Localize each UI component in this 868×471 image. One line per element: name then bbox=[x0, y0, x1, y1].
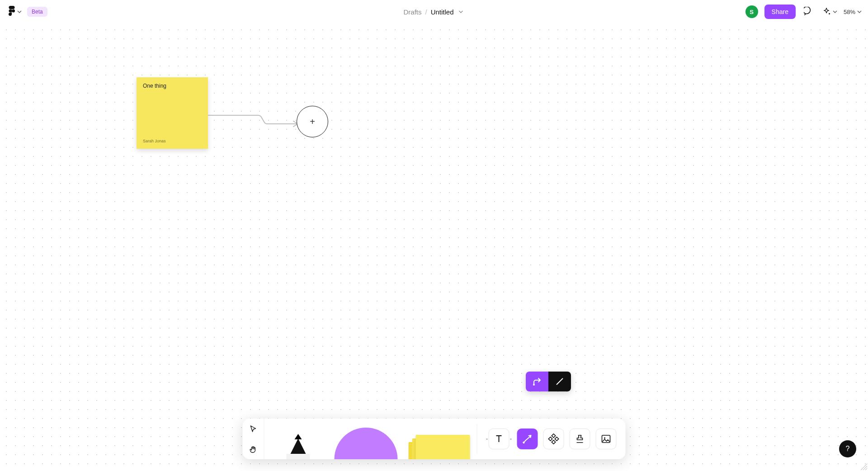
breadcrumb-separator: / bbox=[425, 8, 427, 16]
chevron-down-icon bbox=[857, 9, 862, 14]
circle-shape-icon bbox=[335, 428, 398, 459]
pencil-icon bbox=[287, 438, 310, 459]
ai-tools-button[interactable] bbox=[822, 7, 837, 17]
sticky-note-text[interactable]: One thing bbox=[143, 83, 202, 139]
user-avatar[interactable]: S bbox=[745, 5, 758, 18]
toolbar-big-tools bbox=[264, 419, 477, 459]
help-button[interactable]: ? bbox=[839, 440, 856, 457]
hand-tool-button[interactable] bbox=[243, 439, 264, 459]
sticky-note-tool-button[interactable] bbox=[400, 419, 477, 459]
svg-rect-6 bbox=[548, 437, 552, 441]
svg-rect-4 bbox=[552, 434, 555, 438]
stamp-icon bbox=[575, 433, 585, 444]
sticky-note[interactable]: One thing Sarah Jonas bbox=[137, 77, 208, 149]
breadcrumb: Drafts / Untitled bbox=[403, 8, 464, 16]
svg-point-9 bbox=[604, 437, 605, 438]
canvas[interactable]: One thing Sarah Jonas + bbox=[0, 24, 868, 471]
connector-elbow-button[interactable] bbox=[526, 372, 548, 391]
pencil-tool-button[interactable] bbox=[264, 419, 332, 459]
add-node-button[interactable]: + bbox=[297, 106, 328, 137]
breadcrumb-root[interactable]: Drafts bbox=[403, 8, 421, 16]
stamp-tool-button[interactable] bbox=[570, 429, 590, 449]
connector-tool-button[interactable] bbox=[517, 429, 538, 449]
svg-point-1 bbox=[829, 13, 830, 14]
share-button[interactable]: Share bbox=[764, 5, 796, 19]
cursor-icon bbox=[249, 425, 257, 433]
widgets-tool-button[interactable] bbox=[543, 429, 564, 449]
question-mark-icon: ? bbox=[846, 445, 850, 453]
speech-bubble-icon bbox=[804, 7, 814, 17]
svg-point-0 bbox=[12, 9, 15, 13]
sparkle-icon bbox=[822, 7, 832, 17]
main-toolbar bbox=[243, 419, 626, 459]
sticky-note-author: Sarah Jonas bbox=[143, 139, 202, 143]
chevron-down-icon bbox=[17, 8, 22, 16]
window-resize-grip[interactable] bbox=[861, 464, 867, 470]
connector-type-toolbar bbox=[526, 372, 571, 391]
top-bar: Beta Drafts / Untitled S Share 58% bbox=[0, 0, 868, 24]
zoom-control[interactable]: 58% bbox=[844, 9, 862, 15]
document-menu-button[interactable] bbox=[458, 8, 465, 15]
zoom-value: 58% bbox=[844, 9, 855, 15]
svg-rect-8 bbox=[602, 435, 610, 443]
svg-rect-5 bbox=[552, 440, 555, 444]
text-tool-wrapper bbox=[486, 429, 512, 449]
main-menu-button[interactable] bbox=[6, 4, 24, 19]
text-tool-button[interactable] bbox=[489, 429, 509, 449]
plus-icon: + bbox=[310, 117, 315, 127]
document-title[interactable]: Untitled bbox=[431, 8, 454, 16]
top-bar-right: S Share 58% bbox=[745, 5, 862, 19]
toolbar-small-tools bbox=[477, 419, 626, 459]
beta-badge: Beta bbox=[27, 7, 47, 17]
elbow-arrow-icon bbox=[532, 376, 542, 387]
svg-rect-7 bbox=[555, 437, 558, 441]
svg-point-2 bbox=[533, 384, 535, 386]
chevron-down-icon bbox=[833, 9, 837, 14]
connector-icon bbox=[522, 433, 533, 445]
line-icon bbox=[554, 376, 565, 387]
image-tool-button[interactable] bbox=[596, 429, 617, 449]
comments-button[interactable] bbox=[802, 5, 816, 19]
shape-tool-button[interactable] bbox=[332, 419, 400, 459]
select-tool-button[interactable] bbox=[243, 419, 264, 439]
figma-logo-icon bbox=[8, 6, 15, 18]
toolbar-nav-column bbox=[243, 419, 264, 459]
connector-straight-button[interactable] bbox=[548, 372, 571, 391]
diamond-grid-icon bbox=[548, 433, 560, 445]
top-bar-left: Beta bbox=[6, 4, 47, 19]
chevron-down-icon bbox=[458, 9, 464, 14]
text-icon bbox=[494, 433, 505, 444]
canvas-dot-grid bbox=[0, 24, 868, 471]
image-icon bbox=[601, 433, 612, 444]
hand-icon bbox=[249, 445, 258, 454]
